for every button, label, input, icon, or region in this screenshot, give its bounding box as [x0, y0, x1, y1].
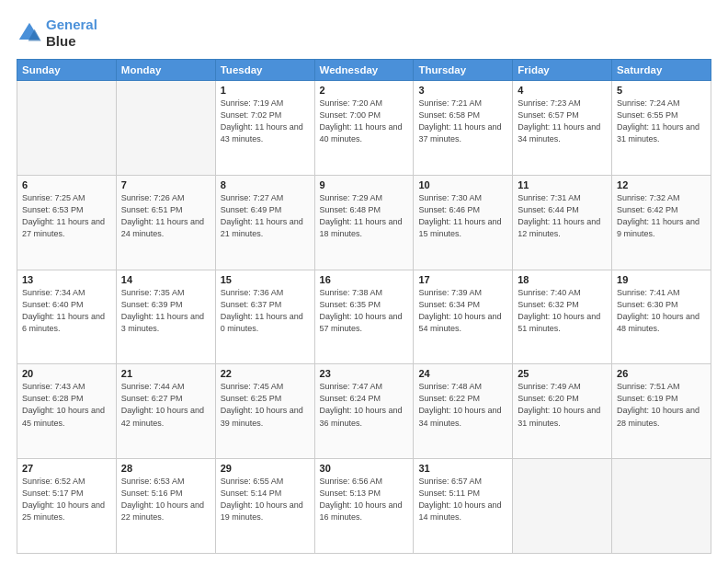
day-number: 21	[121, 368, 210, 379]
day-number: 5	[617, 85, 706, 96]
calendar-day-cell: 5Sunrise: 7:24 AMSunset: 6:55 PMDaylight…	[612, 81, 711, 176]
weekday-header-wednesday: Wednesday	[314, 60, 414, 81]
day-info: Sunrise: 7:25 AMSunset: 6:53 PMDaylight:…	[22, 192, 111, 240]
calendar-day-cell: 3Sunrise: 7:21 AMSunset: 6:58 PMDaylight…	[414, 81, 513, 176]
day-number: 19	[617, 274, 706, 285]
day-number: 25	[518, 368, 607, 379]
day-info: Sunrise: 7:26 AMSunset: 6:51 PMDaylight:…	[121, 192, 210, 240]
day-number: 9	[320, 179, 409, 190]
day-info: Sunrise: 7:19 AMSunset: 7:02 PMDaylight:…	[221, 98, 310, 145]
day-number: 22	[221, 368, 310, 379]
calendar-day-cell: 25Sunrise: 7:49 AMSunset: 6:20 PMDayligh…	[513, 364, 612, 459]
day-info: Sunrise: 7:34 AMSunset: 6:40 PMDaylight:…	[22, 287, 111, 335]
calendar-week-row: 6Sunrise: 7:25 AMSunset: 6:53 PMDaylight…	[17, 175, 711, 270]
day-info: Sunrise: 7:49 AMSunset: 6:20 PMDaylight:…	[518, 381, 607, 429]
calendar-day-cell: 26Sunrise: 7:51 AMSunset: 6:19 PMDayligh…	[612, 364, 711, 459]
day-info: Sunrise: 6:56 AMSunset: 5:13 PMDaylight:…	[320, 476, 409, 523]
calendar-day-cell: 11Sunrise: 7:31 AMSunset: 6:44 PMDayligh…	[513, 175, 612, 270]
weekday-header-monday: Monday	[116, 60, 215, 81]
calendar-day-cell: 8Sunrise: 7:27 AMSunset: 6:49 PMDaylight…	[215, 175, 314, 270]
day-number: 27	[22, 463, 111, 474]
day-number: 2	[320, 85, 409, 96]
day-info: Sunrise: 7:51 AMSunset: 6:19 PMDaylight:…	[617, 381, 706, 429]
day-number: 6	[22, 179, 111, 190]
calendar-day-cell: 7Sunrise: 7:26 AMSunset: 6:51 PMDaylight…	[116, 175, 215, 270]
day-number: 13	[22, 274, 111, 285]
logo-text: General Blue	[46, 17, 97, 50]
day-number: 18	[518, 274, 607, 285]
day-info: Sunrise: 6:53 AMSunset: 5:16 PMDaylight:…	[121, 476, 210, 523]
day-number: 3	[418, 85, 507, 96]
weekday-header-saturday: Saturday	[612, 60, 711, 81]
day-info: Sunrise: 7:24 AMSunset: 6:55 PMDaylight:…	[617, 98, 706, 145]
calendar-day-cell	[116, 81, 215, 176]
day-number: 23	[320, 368, 409, 379]
day-info: Sunrise: 7:35 AMSunset: 6:39 PMDaylight:…	[121, 287, 210, 335]
calendar-week-row: 1Sunrise: 7:19 AMSunset: 7:02 PMDaylight…	[17, 81, 711, 176]
day-info: Sunrise: 7:23 AMSunset: 6:57 PMDaylight:…	[518, 98, 607, 145]
weekday-header-friday: Friday	[513, 60, 612, 81]
day-info: Sunrise: 7:39 AMSunset: 6:34 PMDaylight:…	[418, 287, 507, 335]
calendar-day-cell: 27Sunrise: 6:52 AMSunset: 5:17 PMDayligh…	[17, 459, 117, 554]
day-info: Sunrise: 6:55 AMSunset: 5:14 PMDaylight:…	[221, 476, 310, 523]
day-number: 1	[221, 85, 310, 96]
calendar-day-cell: 6Sunrise: 7:25 AMSunset: 6:53 PMDaylight…	[17, 175, 117, 270]
day-number: 12	[617, 179, 706, 190]
day-number: 28	[121, 463, 210, 474]
calendar-day-cell: 28Sunrise: 6:53 AMSunset: 5:16 PMDayligh…	[116, 459, 215, 554]
calendar-day-cell: 17Sunrise: 7:39 AMSunset: 6:34 PMDayligh…	[414, 270, 513, 364]
day-info: Sunrise: 7:48 AMSunset: 6:22 PMDaylight:…	[418, 381, 507, 429]
calendar-day-cell	[513, 459, 612, 554]
day-info: Sunrise: 7:43 AMSunset: 6:28 PMDaylight:…	[22, 381, 111, 429]
weekday-header-row: SundayMondayTuesdayWednesdayThursdayFrid…	[17, 60, 711, 81]
day-info: Sunrise: 6:52 AMSunset: 5:17 PMDaylight:…	[22, 476, 111, 523]
day-number: 14	[121, 274, 210, 285]
day-number: 16	[320, 274, 409, 285]
day-number: 11	[518, 179, 607, 190]
calendar-day-cell: 21Sunrise: 7:44 AMSunset: 6:27 PMDayligh…	[116, 364, 215, 459]
calendar-day-cell: 18Sunrise: 7:40 AMSunset: 6:32 PMDayligh…	[513, 270, 612, 364]
day-info: Sunrise: 7:31 AMSunset: 6:44 PMDaylight:…	[518, 192, 607, 240]
calendar-day-cell: 14Sunrise: 7:35 AMSunset: 6:39 PMDayligh…	[116, 270, 215, 364]
calendar-day-cell: 24Sunrise: 7:48 AMSunset: 6:22 PMDayligh…	[414, 364, 513, 459]
day-info: Sunrise: 7:21 AMSunset: 6:58 PMDaylight:…	[418, 98, 507, 145]
day-info: Sunrise: 7:30 AMSunset: 6:46 PMDaylight:…	[418, 192, 507, 240]
day-number: 4	[518, 85, 607, 96]
day-info: Sunrise: 7:40 AMSunset: 6:32 PMDaylight:…	[518, 287, 607, 335]
day-number: 7	[121, 179, 210, 190]
calendar-week-row: 27Sunrise: 6:52 AMSunset: 5:17 PMDayligh…	[17, 459, 711, 554]
calendar-day-cell: 13Sunrise: 7:34 AMSunset: 6:40 PMDayligh…	[17, 270, 117, 364]
calendar-day-cell: 15Sunrise: 7:36 AMSunset: 6:37 PMDayligh…	[215, 270, 314, 364]
calendar-day-cell: 30Sunrise: 6:56 AMSunset: 5:13 PMDayligh…	[314, 459, 414, 554]
calendar-table: SundayMondayTuesdayWednesdayThursdayFrid…	[17, 59, 711, 554]
day-number: 20	[22, 368, 111, 379]
day-info: Sunrise: 7:47 AMSunset: 6:24 PMDaylight:…	[320, 381, 409, 429]
weekday-header-tuesday: Tuesday	[215, 60, 314, 81]
day-number: 29	[221, 463, 310, 474]
calendar-day-cell	[17, 81, 117, 176]
logo: General Blue	[17, 17, 97, 50]
calendar-week-row: 20Sunrise: 7:43 AMSunset: 6:28 PMDayligh…	[17, 364, 711, 459]
calendar-day-cell: 22Sunrise: 7:45 AMSunset: 6:25 PMDayligh…	[215, 364, 314, 459]
calendar-day-cell: 10Sunrise: 7:30 AMSunset: 6:46 PMDayligh…	[414, 175, 513, 270]
logo-icon	[17, 20, 42, 46]
day-number: 15	[221, 274, 310, 285]
day-info: Sunrise: 7:20 AMSunset: 7:00 PMDaylight:…	[320, 98, 409, 145]
day-info: Sunrise: 6:57 AMSunset: 5:11 PMDaylight:…	[418, 476, 507, 523]
day-number: 10	[418, 179, 507, 190]
weekday-header-thursday: Thursday	[414, 60, 513, 81]
weekday-header-sunday: Sunday	[17, 60, 117, 81]
calendar-day-cell: 16Sunrise: 7:38 AMSunset: 6:35 PMDayligh…	[314, 270, 414, 364]
day-info: Sunrise: 7:27 AMSunset: 6:49 PMDaylight:…	[221, 192, 310, 240]
day-info: Sunrise: 7:41 AMSunset: 6:30 PMDaylight:…	[617, 287, 706, 335]
calendar-day-cell: 2Sunrise: 7:20 AMSunset: 7:00 PMDaylight…	[314, 81, 414, 176]
day-number: 26	[617, 368, 706, 379]
day-info: Sunrise: 7:45 AMSunset: 6:25 PMDaylight:…	[221, 381, 310, 429]
day-info: Sunrise: 7:29 AMSunset: 6:48 PMDaylight:…	[320, 192, 409, 240]
calendar-week-row: 13Sunrise: 7:34 AMSunset: 6:40 PMDayligh…	[17, 270, 711, 364]
calendar-day-cell	[612, 459, 711, 554]
calendar-day-cell: 31Sunrise: 6:57 AMSunset: 5:11 PMDayligh…	[414, 459, 513, 554]
calendar-day-cell: 19Sunrise: 7:41 AMSunset: 6:30 PMDayligh…	[612, 270, 711, 364]
day-number: 17	[418, 274, 507, 285]
day-number: 8	[221, 179, 310, 190]
